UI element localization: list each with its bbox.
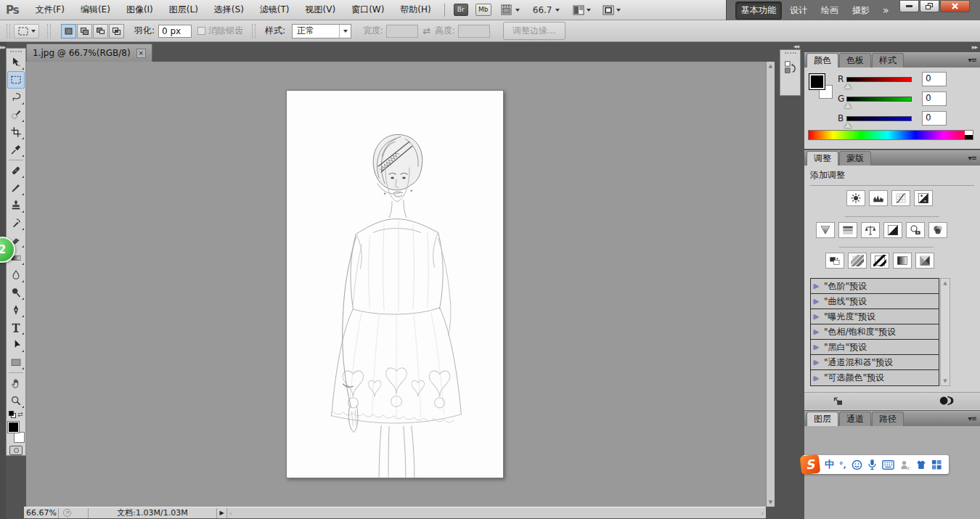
- levels-button[interactable]: [869, 190, 888, 206]
- green-slider-thumb[interactable]: [844, 103, 852, 108]
- tab-masks[interactable]: 蒙版: [839, 151, 871, 165]
- ime-member-button[interactable]: 15: [899, 459, 910, 470]
- foreground-color-swatch[interactable]: [809, 73, 825, 90]
- intersect-selection-button[interactable]: [109, 24, 124, 38]
- feather-input[interactable]: 0 px: [158, 25, 192, 38]
- brush-tool[interactable]: [7, 179, 25, 197]
- red-slider[interactable]: [846, 77, 912, 82]
- green-value-input[interactable]: 0: [922, 91, 947, 106]
- foreground-color-swatch[interactable]: [7, 421, 20, 433]
- menu-item-window[interactable]: 窗口(W): [343, 0, 392, 20]
- blur-tool[interactable]: [7, 266, 25, 284]
- foreground-background-swatches[interactable]: [7, 421, 25, 444]
- selective-color-button[interactable]: [915, 253, 934, 269]
- black-white-button[interactable]: [883, 222, 902, 238]
- scroll-up-icon[interactable]: ▲: [769, 63, 772, 69]
- scroll-down-icon[interactable]: ▼: [769, 499, 772, 505]
- document-tab[interactable]: 1.jpg @ 66.7%(RGB/8) ×: [26, 44, 152, 62]
- panel-menu-icon[interactable]: ▾≡: [968, 154, 976, 162]
- subtract-from-selection-button[interactable]: [93, 24, 108, 38]
- threshold-button[interactable]: [870, 253, 889, 269]
- move-tool[interactable]: [7, 54, 25, 71]
- tab-channels[interactable]: 通道: [839, 412, 871, 426]
- tab-color[interactable]: 颜色: [807, 53, 838, 68]
- history-panel-icon[interactable]: [783, 60, 798, 75]
- clone-stamp-tool[interactable]: [7, 197, 25, 214]
- preset-curves[interactable]: ▶"曲线"预设: [811, 294, 939, 309]
- close-button[interactable]: [940, 0, 970, 12]
- vibrance-button[interactable]: [816, 222, 835, 238]
- expand-dock-icon[interactable]: ▶▶: [0, 44, 5, 50]
- add-to-selection-button[interactable]: [77, 24, 92, 38]
- blue-value-input[interactable]: 0: [922, 111, 947, 126]
- antialias-checkbox[interactable]: [197, 27, 205, 35]
- quick-selection-tool[interactable]: [7, 106, 25, 123]
- preset-black-white[interactable]: ▶"黑白"预设: [811, 340, 939, 355]
- menu-item-help[interactable]: 帮助(H): [392, 0, 438, 20]
- ime-mode-toggle[interactable]: 中: [825, 458, 834, 471]
- color-spectrum-ramp[interactable]: [808, 130, 973, 140]
- workspace-photo-button[interactable]: 摄影: [846, 1, 875, 20]
- workspace-paint-button[interactable]: 绘画: [815, 1, 844, 20]
- width-input[interactable]: [386, 25, 418, 38]
- new-selection-button[interactable]: [61, 24, 76, 38]
- quick-mask-button[interactable]: [9, 446, 23, 455]
- return-to-adjustment-list-icon[interactable]: [832, 396, 844, 406]
- tool-preset-picker[interactable]: [14, 24, 39, 38]
- menu-item-layer[interactable]: 图层(L): [161, 0, 206, 20]
- spot-healing-brush-tool[interactable]: [7, 162, 25, 179]
- tab-swatches[interactable]: 色板: [839, 53, 871, 68]
- arrange-layout-button[interactable]: [573, 5, 591, 15]
- scroll-right-icon[interactable]: ›: [761, 510, 764, 517]
- curves-button[interactable]: [891, 190, 910, 206]
- panel-menu-icon[interactable]: ▾≡: [968, 56, 976, 64]
- zoom-level-control[interactable]: 66.7: [533, 5, 560, 15]
- preset-list-scrollbar[interactable]: ▲ ▼: [940, 278, 950, 386]
- menu-item-select[interactable]: 选择(S): [206, 0, 252, 20]
- expand-arrow-icon[interactable]: ▶: [814, 375, 819, 382]
- eyedropper-tool[interactable]: [7, 141, 25, 158]
- green-slider[interactable]: [846, 97, 912, 102]
- blue-slider-thumb[interactable]: [844, 123, 852, 128]
- preset-levels[interactable]: ▶"色阶"预设: [811, 279, 939, 294]
- history-brush-tool[interactable]: [7, 214, 25, 232]
- scroll-down-icon[interactable]: ▼: [943, 378, 947, 384]
- ime-punctuation-toggle[interactable]: °,: [839, 460, 846, 470]
- launch-bridge-button[interactable]: Br: [454, 4, 468, 16]
- dodge-tool[interactable]: [7, 284, 25, 301]
- brightness-contrast-button[interactable]: [846, 190, 865, 206]
- preset-hue-saturation[interactable]: ▶"色相/饱和度"预设: [811, 324, 939, 340]
- scroll-left-icon[interactable]: ‹: [229, 510, 232, 517]
- status-flyout-button[interactable]: ▶: [217, 508, 227, 518]
- black-swatch[interactable]: [965, 135, 973, 139]
- minimize-button[interactable]: [899, 0, 919, 12]
- workspace-design-button[interactable]: 设计: [784, 1, 813, 20]
- height-input[interactable]: [458, 25, 490, 38]
- ime-voice-button[interactable]: [867, 459, 877, 470]
- screen-mode-button[interactable]: [603, 5, 621, 15]
- collapse-panels-icon[interactable]: ▶▶: [972, 44, 977, 50]
- menu-item-file[interactable]: 文件(F): [28, 0, 73, 20]
- blue-slider[interactable]: [846, 116, 912, 121]
- exposure-button[interactable]: [914, 190, 933, 206]
- shape-tool[interactable]: [7, 354, 25, 371]
- preset-exposure[interactable]: ▶"曝光度"预设: [811, 309, 939, 324]
- gradient-map-button[interactable]: [893, 253, 912, 269]
- collapse-dock-icon[interactable]: ◀◀: [793, 44, 799, 49]
- ime-emoji-button[interactable]: [852, 459, 862, 470]
- color-swatches[interactable]: [809, 73, 838, 102]
- red-value-input[interactable]: 0: [922, 72, 947, 86]
- launch-mini-bridge-button[interactable]: Mb: [475, 4, 491, 16]
- menu-item-view[interactable]: 视图(V): [298, 0, 344, 20]
- expand-arrow-icon[interactable]: ▶: [814, 328, 819, 335]
- color-balance-button[interactable]: [861, 222, 880, 238]
- preset-selective-color[interactable]: ▶"可选颜色"预设: [811, 370, 939, 385]
- document-tab-close-icon[interactable]: ×: [136, 49, 146, 58]
- tab-paths[interactable]: 路径: [872, 412, 904, 426]
- expand-arrow-icon[interactable]: ▶: [814, 359, 819, 366]
- lasso-tool[interactable]: [7, 89, 25, 106]
- zoom-tool[interactable]: [7, 392, 25, 409]
- expand-arrow-icon[interactable]: ▶: [814, 298, 819, 305]
- horizontal-scrollbar[interactable]: ‹ ›: [227, 508, 766, 518]
- channel-mixer-button[interactable]: [928, 222, 947, 238]
